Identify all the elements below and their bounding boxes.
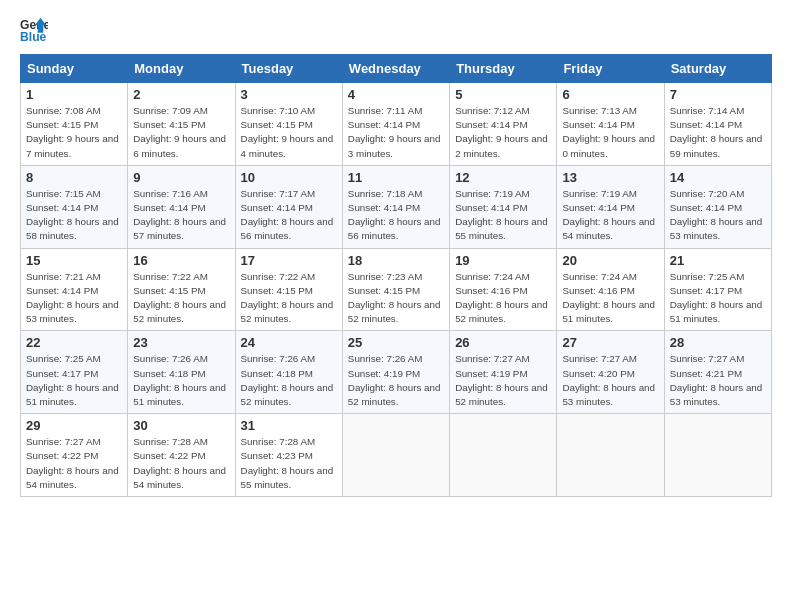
calendar-cell	[342, 414, 449, 497]
calendar-cell: 9 Sunrise: 7:16 AM Sunset: 4:14 PM Dayli…	[128, 165, 235, 248]
day-number: 12	[455, 170, 551, 185]
day-info: Sunrise: 7:27 AM Sunset: 4:21 PM Dayligh…	[670, 352, 766, 409]
day-info: Sunrise: 7:28 AM Sunset: 4:23 PM Dayligh…	[241, 435, 337, 492]
weekday-header-monday: Monday	[128, 55, 235, 83]
day-number: 8	[26, 170, 122, 185]
day-info: Sunrise: 7:26 AM Sunset: 4:19 PM Dayligh…	[348, 352, 444, 409]
calendar-cell: 21 Sunrise: 7:25 AM Sunset: 4:17 PM Dayl…	[664, 248, 771, 331]
day-info: Sunrise: 7:22 AM Sunset: 4:15 PM Dayligh…	[133, 270, 229, 327]
day-info: Sunrise: 7:22 AM Sunset: 4:15 PM Dayligh…	[241, 270, 337, 327]
calendar-cell: 19 Sunrise: 7:24 AM Sunset: 4:16 PM Dayl…	[450, 248, 557, 331]
calendar-cell: 1 Sunrise: 7:08 AM Sunset: 4:15 PM Dayli…	[21, 83, 128, 166]
calendar-cell: 26 Sunrise: 7:27 AM Sunset: 4:19 PM Dayl…	[450, 331, 557, 414]
calendar-cell: 3 Sunrise: 7:10 AM Sunset: 4:15 PM Dayli…	[235, 83, 342, 166]
day-number: 22	[26, 335, 122, 350]
calendar-cell	[450, 414, 557, 497]
calendar-cell	[557, 414, 664, 497]
calendar-cell: 8 Sunrise: 7:15 AM Sunset: 4:14 PM Dayli…	[21, 165, 128, 248]
calendar-cell: 31 Sunrise: 7:28 AM Sunset: 4:23 PM Dayl…	[235, 414, 342, 497]
calendar-week-row: 15 Sunrise: 7:21 AM Sunset: 4:14 PM Dayl…	[21, 248, 772, 331]
weekday-header-thursday: Thursday	[450, 55, 557, 83]
day-info: Sunrise: 7:13 AM Sunset: 4:14 PM Dayligh…	[562, 104, 658, 161]
day-info: Sunrise: 7:18 AM Sunset: 4:14 PM Dayligh…	[348, 187, 444, 244]
day-number: 2	[133, 87, 229, 102]
day-info: Sunrise: 7:26 AM Sunset: 4:18 PM Dayligh…	[241, 352, 337, 409]
day-number: 5	[455, 87, 551, 102]
calendar-cell: 18 Sunrise: 7:23 AM Sunset: 4:15 PM Dayl…	[342, 248, 449, 331]
calendar-cell: 17 Sunrise: 7:22 AM Sunset: 4:15 PM Dayl…	[235, 248, 342, 331]
day-info: Sunrise: 7:19 AM Sunset: 4:14 PM Dayligh…	[562, 187, 658, 244]
day-number: 14	[670, 170, 766, 185]
calendar-cell: 27 Sunrise: 7:27 AM Sunset: 4:20 PM Dayl…	[557, 331, 664, 414]
day-number: 10	[241, 170, 337, 185]
calendar-week-row: 1 Sunrise: 7:08 AM Sunset: 4:15 PM Dayli…	[21, 83, 772, 166]
day-number: 6	[562, 87, 658, 102]
calendar-cell: 15 Sunrise: 7:21 AM Sunset: 4:14 PM Dayl…	[21, 248, 128, 331]
calendar-week-row: 29 Sunrise: 7:27 AM Sunset: 4:22 PM Dayl…	[21, 414, 772, 497]
calendar-cell: 14 Sunrise: 7:20 AM Sunset: 4:14 PM Dayl…	[664, 165, 771, 248]
day-number: 19	[455, 253, 551, 268]
day-number: 26	[455, 335, 551, 350]
day-info: Sunrise: 7:16 AM Sunset: 4:14 PM Dayligh…	[133, 187, 229, 244]
day-info: Sunrise: 7:15 AM Sunset: 4:14 PM Dayligh…	[26, 187, 122, 244]
calendar-week-row: 8 Sunrise: 7:15 AM Sunset: 4:14 PM Dayli…	[21, 165, 772, 248]
day-info: Sunrise: 7:11 AM Sunset: 4:14 PM Dayligh…	[348, 104, 444, 161]
calendar-cell: 10 Sunrise: 7:17 AM Sunset: 4:14 PM Dayl…	[235, 165, 342, 248]
day-info: Sunrise: 7:20 AM Sunset: 4:14 PM Dayligh…	[670, 187, 766, 244]
calendar-cell: 25 Sunrise: 7:26 AM Sunset: 4:19 PM Dayl…	[342, 331, 449, 414]
day-number: 11	[348, 170, 444, 185]
calendar-cell: 12 Sunrise: 7:19 AM Sunset: 4:14 PM Dayl…	[450, 165, 557, 248]
weekday-header-tuesday: Tuesday	[235, 55, 342, 83]
day-number: 15	[26, 253, 122, 268]
day-info: Sunrise: 7:23 AM Sunset: 4:15 PM Dayligh…	[348, 270, 444, 327]
day-number: 1	[26, 87, 122, 102]
logo-icon: General Blue	[20, 16, 48, 44]
day-info: Sunrise: 7:25 AM Sunset: 4:17 PM Dayligh…	[670, 270, 766, 327]
day-info: Sunrise: 7:17 AM Sunset: 4:14 PM Dayligh…	[241, 187, 337, 244]
day-number: 31	[241, 418, 337, 433]
calendar-cell	[664, 414, 771, 497]
weekday-header-saturday: Saturday	[664, 55, 771, 83]
calendar-week-row: 22 Sunrise: 7:25 AM Sunset: 4:17 PM Dayl…	[21, 331, 772, 414]
day-info: Sunrise: 7:21 AM Sunset: 4:14 PM Dayligh…	[26, 270, 122, 327]
weekday-header-friday: Friday	[557, 55, 664, 83]
calendar-cell: 11 Sunrise: 7:18 AM Sunset: 4:14 PM Dayl…	[342, 165, 449, 248]
calendar-cell: 2 Sunrise: 7:09 AM Sunset: 4:15 PM Dayli…	[128, 83, 235, 166]
calendar: SundayMondayTuesdayWednesdayThursdayFrid…	[20, 54, 772, 497]
day-number: 18	[348, 253, 444, 268]
day-number: 28	[670, 335, 766, 350]
calendar-cell: 24 Sunrise: 7:26 AM Sunset: 4:18 PM Dayl…	[235, 331, 342, 414]
weekday-header-row: SundayMondayTuesdayWednesdayThursdayFrid…	[21, 55, 772, 83]
day-number: 9	[133, 170, 229, 185]
day-number: 29	[26, 418, 122, 433]
calendar-cell: 23 Sunrise: 7:26 AM Sunset: 4:18 PM Dayl…	[128, 331, 235, 414]
day-info: Sunrise: 7:24 AM Sunset: 4:16 PM Dayligh…	[455, 270, 551, 327]
calendar-cell: 16 Sunrise: 7:22 AM Sunset: 4:15 PM Dayl…	[128, 248, 235, 331]
calendar-cell: 28 Sunrise: 7:27 AM Sunset: 4:21 PM Dayl…	[664, 331, 771, 414]
calendar-cell: 20 Sunrise: 7:24 AM Sunset: 4:16 PM Dayl…	[557, 248, 664, 331]
calendar-cell: 4 Sunrise: 7:11 AM Sunset: 4:14 PM Dayli…	[342, 83, 449, 166]
day-info: Sunrise: 7:12 AM Sunset: 4:14 PM Dayligh…	[455, 104, 551, 161]
day-info: Sunrise: 7:26 AM Sunset: 4:18 PM Dayligh…	[133, 352, 229, 409]
weekday-header-wednesday: Wednesday	[342, 55, 449, 83]
day-number: 4	[348, 87, 444, 102]
day-number: 17	[241, 253, 337, 268]
day-number: 24	[241, 335, 337, 350]
calendar-cell: 6 Sunrise: 7:13 AM Sunset: 4:14 PM Dayli…	[557, 83, 664, 166]
calendar-cell: 29 Sunrise: 7:27 AM Sunset: 4:22 PM Dayl…	[21, 414, 128, 497]
day-info: Sunrise: 7:14 AM Sunset: 4:14 PM Dayligh…	[670, 104, 766, 161]
header: General Blue	[20, 16, 772, 44]
day-info: Sunrise: 7:27 AM Sunset: 4:19 PM Dayligh…	[455, 352, 551, 409]
day-info: Sunrise: 7:19 AM Sunset: 4:14 PM Dayligh…	[455, 187, 551, 244]
day-info: Sunrise: 7:10 AM Sunset: 4:15 PM Dayligh…	[241, 104, 337, 161]
calendar-cell: 5 Sunrise: 7:12 AM Sunset: 4:14 PM Dayli…	[450, 83, 557, 166]
day-number: 13	[562, 170, 658, 185]
calendar-cell: 30 Sunrise: 7:28 AM Sunset: 4:22 PM Dayl…	[128, 414, 235, 497]
day-info: Sunrise: 7:09 AM Sunset: 4:15 PM Dayligh…	[133, 104, 229, 161]
day-number: 3	[241, 87, 337, 102]
day-number: 30	[133, 418, 229, 433]
day-info: Sunrise: 7:25 AM Sunset: 4:17 PM Dayligh…	[26, 352, 122, 409]
calendar-cell: 7 Sunrise: 7:14 AM Sunset: 4:14 PM Dayli…	[664, 83, 771, 166]
day-number: 27	[562, 335, 658, 350]
day-number: 7	[670, 87, 766, 102]
